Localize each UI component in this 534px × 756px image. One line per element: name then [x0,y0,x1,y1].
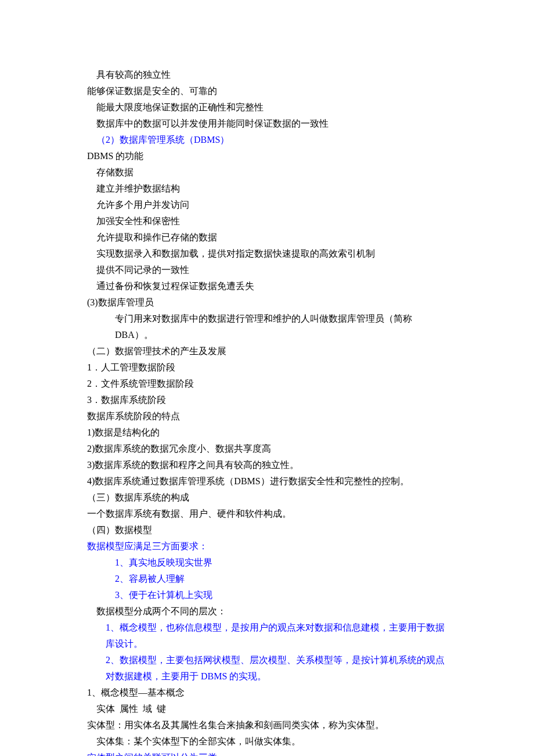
text-line: 1)数据是结构化的 [87,424,447,441]
text-line: 实体 属性 域 键 [87,701,447,717]
text-line: 3．数据库系统阶段 [87,392,447,408]
text-line: 2、数据模型，主要包括网状模型、层次模型、关系模型等，是按计算机系统的观点对数据… [87,652,447,685]
text-line: 实体集：某个实体型下的全部实体，叫做实体集。 [87,733,447,750]
text-line: 数据模型分成两个不同的层次： [87,603,447,620]
text-line: 1、概念模型，也称信息模型，是按用户的观点来对数据和信息建模，主要用于数据库设计… [87,620,447,652]
text-line: 能最大限度地保证数据的正确性和完整性 [87,99,447,116]
text-line: 数据模型应满足三方面要求： [87,538,447,555]
text-line: 提供不同记录的一致性 [87,262,447,278]
text-line: 数据库系统阶段的特点 [87,408,447,424]
text-line: 存储数据 [87,164,447,181]
text-line: 允许多个用户并发访问 [87,197,447,213]
text-line: 实体型：用实体名及其属性名集合来抽象和刻画同类实体，称为实体型。 [87,717,447,733]
text-line: 建立并维护数据结构 [87,181,447,197]
text-line: 数据库中的数据可以并发使用并能同时保证数据的一致性 [87,116,447,132]
document-body: 具有较高的独立性能够保证数据是安全的、可靠的能最大限度地保证数据的正确性和完整性… [87,67,447,756]
text-line: 2)数据库系统的数据冗余度小、数据共享度高 [87,441,447,457]
text-line: 2、容易被人理解 [87,571,447,587]
text-line: 1、概念模型—基本概念 [87,685,447,701]
text-line: （2）数据库管理系统（DBMS） [87,132,447,148]
text-line: 1、真实地反映现实世界 [87,555,447,571]
text-line: 1．人工管理数据阶段 [87,359,447,376]
text-line: 能够保证数据是安全的、可靠的 [87,83,447,99]
text-line: 3)数据库系统的数据和程序之间具有较高的独立性。 [87,457,447,473]
text-line: 实现数据录入和数据加载，提供对指定数据快速提取的高效索引机制 [87,246,447,262]
document-page: 具有较高的独立性能够保证数据是安全的、可靠的能最大限度地保证数据的正确性和完整性… [0,0,534,756]
text-line: （二）数据管理技术的产生及发展 [87,343,447,359]
text-line: 3、便于在计算机上实现 [87,587,447,603]
text-line: 4)数据库系统通过数据库管理系统（DBMS）进行数据安全性和完整性的控制。 [87,473,447,489]
text-line: 一个数据库系统有数据、用户、硬件和软件构成。 [87,506,447,522]
text-line: 实体型之间的关联可以分为三类： [87,750,447,756]
text-line: （三）数据库系统的构成 [87,489,447,506]
text-line: 具有较高的独立性 [87,67,447,83]
text-line: DBMS 的功能 [87,148,447,164]
text-line: 允许提取和操作已存储的数据 [87,229,447,246]
text-line: 通过备份和恢复过程保证数据免遭丢失 [87,278,447,294]
text-line: 专门用来对数据库中的数据进行管理和维护的人叫做数据库管理员（简称 DBA）。 [87,311,447,343]
text-line: 加强安全性和保密性 [87,213,447,229]
text-line: 2．文件系统管理数据阶段 [87,376,447,392]
text-line: （四）数据模型 [87,522,447,538]
text-line: (3)数据库管理员 [87,294,447,311]
